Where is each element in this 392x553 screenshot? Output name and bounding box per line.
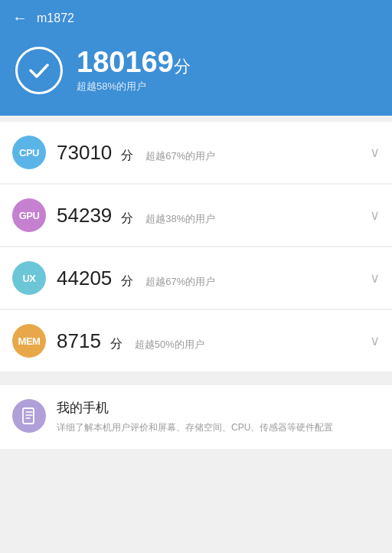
mem-chevron-icon: ∨ bbox=[370, 332, 380, 349]
my-phone-section[interactable]: 我的手机 详细了解本机用户评价和屏幕、存储空间、CPU、传感器等硬件配置 bbox=[0, 385, 392, 449]
mem-item[interactable]: MEM 8715分 超越50%的用户 ∨ bbox=[0, 310, 392, 371]
mem-main: 8715分 超越50%的用户 bbox=[57, 329, 359, 353]
header: ← m1872 bbox=[0, 0, 392, 33]
back-button[interactable]: ← bbox=[12, 9, 28, 27]
gpu-main: 54239分 超越38%的用户 bbox=[57, 204, 359, 227]
gpu-chevron-icon: ∨ bbox=[370, 207, 380, 224]
ux-percentile: 超越67%的用户 bbox=[145, 275, 215, 289]
total-score: 180169分 bbox=[77, 47, 191, 77]
score-banner: 180169分 超越58%的用户 bbox=[0, 33, 392, 116]
mem-badge: MEM bbox=[12, 324, 46, 358]
cpu-score-row: 73010分 超越67%的用户 bbox=[57, 141, 359, 165]
ux-main: 44205分 超越67%的用户 bbox=[57, 267, 359, 290]
mem-score-row: 8715分 超越50%的用户 bbox=[57, 329, 359, 353]
ux-badge: UX bbox=[12, 261, 46, 295]
cpu-main: 73010分 超越67%的用户 bbox=[57, 141, 359, 165]
my-phone-title: 我的手机 bbox=[57, 399, 380, 417]
ux-score-row: 44205分 超越67%的用户 bbox=[57, 267, 359, 290]
mem-percentile: 超越50%的用户 bbox=[135, 338, 204, 352]
cpu-percentile: 超越67%的用户 bbox=[145, 149, 215, 163]
cpu-chevron-icon: ∨ bbox=[370, 144, 380, 161]
metrics-list: CPU 73010分 超越67%的用户 ∨ GPU 54239分 超越38%的用… bbox=[0, 116, 392, 379]
my-phone-icon bbox=[12, 399, 46, 433]
my-phone-description: 详细了解本机用户评价和屏幕、存储空间、CPU、传感器等硬件配置 bbox=[57, 420, 380, 435]
gpu-badge: GPU bbox=[12, 198, 46, 232]
score-percentile: 超越58%的用户 bbox=[77, 80, 191, 93]
cpu-score: 73010 bbox=[57, 141, 112, 165]
gpu-score: 54239 bbox=[57, 204, 112, 227]
gpu-score-row: 54239分 超越38%的用户 bbox=[57, 204, 359, 227]
score-info: 180169分 超越58%的用户 bbox=[77, 47, 191, 93]
cpu-badge: CPU bbox=[12, 136, 46, 169]
check-circle bbox=[15, 47, 63, 94]
gpu-percentile: 超越38%的用户 bbox=[145, 212, 215, 226]
svg-rect-0 bbox=[23, 408, 34, 424]
my-phone-info: 我的手机 详细了解本机用户评价和屏幕、存储空间、CPU、传感器等硬件配置 bbox=[57, 399, 380, 435]
ux-chevron-icon: ∨ bbox=[370, 270, 380, 286]
ux-item[interactable]: UX 44205分 超越67%的用户 ∨ bbox=[0, 247, 392, 309]
mem-score: 8715 bbox=[57, 329, 101, 353]
cpu-item[interactable]: CPU 73010分 超越67%的用户 ∨ bbox=[0, 122, 392, 183]
ux-score: 44205 bbox=[57, 267, 112, 290]
page-title: m1872 bbox=[37, 11, 74, 25]
gpu-item[interactable]: GPU 54239分 超越38%的用户 ∨ bbox=[0, 185, 392, 246]
